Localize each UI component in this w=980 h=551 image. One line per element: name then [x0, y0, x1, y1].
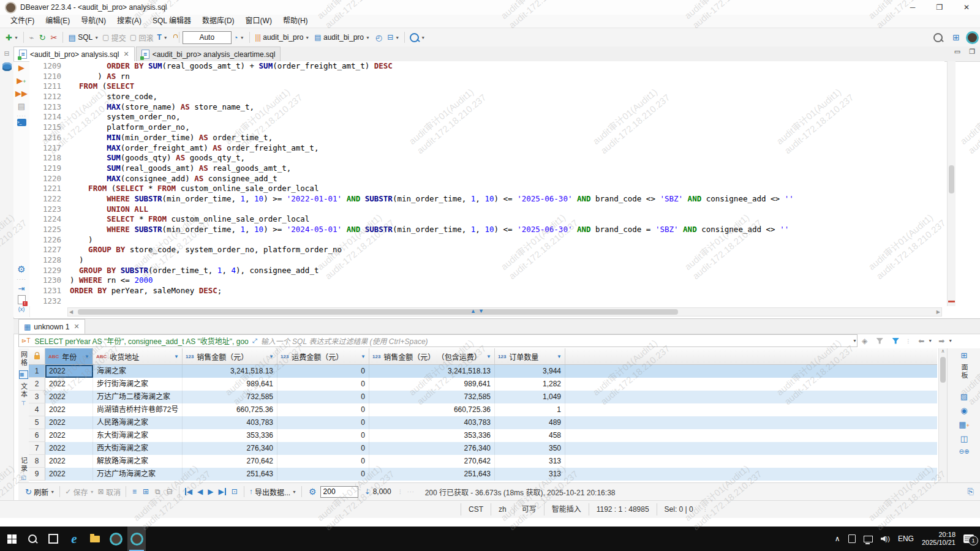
- value-viewer-icon[interactable]: ▨: [960, 392, 968, 400]
- connect-icon[interactable]: ⌁: [29, 34, 34, 42]
- line-number[interactable]: 1226: [29, 235, 70, 246]
- usb-tray-icon[interactable]: [848, 534, 856, 543]
- add-row-icon[interactable]: ⊞: [143, 488, 149, 495]
- results-tab-unknown1[interactable]: ▦ unknown 1 ✕: [18, 319, 85, 334]
- search-button[interactable]: ▼: [408, 32, 427, 43]
- next-page-icon[interactable]: ▶: [208, 488, 213, 495]
- database-navigator-icon[interactable]: [2, 62, 12, 71]
- row-number[interactable]: 5: [29, 416, 45, 429]
- nav-forward-icon[interactable]: ➡: [938, 337, 944, 345]
- table-cell[interactable]: 0: [277, 468, 369, 481]
- table-cell[interactable]: 2022: [45, 429, 93, 442]
- table-cell[interactable]: 3,944: [495, 365, 565, 378]
- row-number[interactable]: 2: [29, 378, 45, 391]
- column-dropdown-icon[interactable]: ▼: [483, 354, 491, 359]
- view-grid-tab[interactable]: 网格: [19, 351, 29, 367]
- table-cell[interactable]: 0: [277, 378, 369, 391]
- calc-panel-icon[interactable]: ⊖⊕: [959, 449, 970, 455]
- datasource-selector[interactable]: ||| audit_bi_pro▼: [253, 32, 312, 42]
- column-dropdown-icon[interactable]: ▼: [553, 354, 562, 359]
- table-cell[interactable]: 3,241,518.13: [369, 365, 495, 378]
- error-document-icon[interactable]: !: [18, 295, 26, 304]
- rollback-button[interactable]: ▢ 回滚: [128, 31, 156, 44]
- table-cell[interactable]: 270,642: [369, 455, 495, 468]
- dashboard-icon[interactable]: ◴: [375, 34, 382, 42]
- table-cell[interactable]: 2022: [45, 416, 93, 429]
- filter-input[interactable]: ⊳T SELECT perYear AS "年份", consignee_add…: [18, 334, 858, 347]
- transaction-mode-button[interactable]: T▼: [155, 32, 169, 42]
- new-connection-button[interactable]: ✚▼: [4, 32, 20, 43]
- references-panel-icon[interactable]: ◫: [960, 435, 968, 443]
- table-cell[interactable]: 2022: [45, 365, 93, 378]
- table-cell[interactable]: 350: [495, 442, 565, 455]
- menu-item[interactable]: 文件(F): [5, 15, 40, 28]
- task-view-icon[interactable]: [44, 527, 62, 551]
- sql-console-icon[interactable]: >_: [17, 119, 26, 126]
- last-page-icon[interactable]: ▶: [218, 488, 225, 495]
- table-cell[interactable]: 313: [495, 455, 565, 468]
- table-cell[interactable]: 403,783: [369, 416, 495, 429]
- volume-tray-icon[interactable]: )): [881, 535, 890, 542]
- edit-value-icon[interactable]: ≡: [132, 488, 137, 495]
- grid-vertical-scrollbar[interactable]: ∧: [938, 348, 947, 482]
- menu-item[interactable]: 窗口(W): [240, 15, 277, 28]
- settings-gear-icon[interactable]: ⚙: [17, 264, 25, 274]
- taskbar-clock[interactable]: 20:18 2025/10/21: [922, 531, 956, 547]
- menu-item[interactable]: 导航(N): [75, 15, 111, 28]
- line-number[interactable]: 1222: [29, 194, 70, 204]
- column-dropdown-icon[interactable]: ▼: [265, 354, 274, 359]
- table-cell[interactable]: 1,282: [495, 378, 565, 391]
- start-button[interactable]: [2, 527, 21, 551]
- grid-corner-cell[interactable]: [29, 348, 45, 364]
- result-grid[interactable]: ABC年份▼ABC收货地址▼123销售金额（元）▼123运费金额（元）▼123销…: [29, 348, 937, 482]
- row-number[interactable]: 6: [29, 429, 45, 442]
- table-cell[interactable]: 313: [495, 468, 565, 481]
- table-cell[interactable]: 步行街海澜之家: [93, 378, 183, 391]
- column-header-4[interactable]: 123运费金额（元）▼: [277, 348, 369, 364]
- table-cell[interactable]: 西大街海澜之家: [93, 442, 183, 455]
- menu-item[interactable]: 编辑(E): [40, 15, 75, 28]
- apply-filter-icon[interactable]: [892, 338, 899, 344]
- editor-vertical-scrollbar[interactable]: [947, 61, 956, 306]
- table-cell[interactable]: 276,340: [183, 442, 277, 455]
- table-cell[interactable]: 2022: [45, 403, 93, 416]
- line-number[interactable]: 1227: [29, 245, 70, 255]
- execute-icon[interactable]: ▶: [18, 64, 24, 72]
- table-cell[interactable]: 0: [277, 416, 369, 429]
- line-number[interactable]: 1215: [29, 122, 70, 133]
- scroll-right-icon[interactable]: ▶: [937, 310, 940, 315]
- line-number[interactable]: 1214: [29, 112, 70, 122]
- column-header-3[interactable]: 123销售金额（元）▼: [183, 348, 277, 364]
- table-cell[interactable]: 276,340: [369, 442, 495, 455]
- tab-analysis-sql[interactable]: ≣ <audit_bi_pro> analysis.sql ✕: [13, 47, 135, 61]
- dbeaver-perspective-icon[interactable]: [966, 31, 979, 44]
- line-number[interactable]: 1218: [29, 153, 70, 163]
- sash-maximize-controls[interactable]: ▲▼: [470, 308, 484, 314]
- grid-settings-gear-icon[interactable]: ⚙: [309, 487, 317, 496]
- tab-analysis-cleartime-sql[interactable]: ≣ <audit_bi_pro> analysis_cleartime.sql: [136, 47, 281, 61]
- table-cell[interactable]: 0: [277, 429, 369, 442]
- close-tab-icon[interactable]: ✕: [123, 50, 129, 58]
- table-cell[interactable]: 0: [277, 455, 369, 468]
- table-cell[interactable]: 1: [495, 403, 565, 416]
- table-cell[interactable]: 0: [277, 442, 369, 455]
- line-number[interactable]: 1216: [29, 133, 70, 143]
- table-cell[interactable]: 万达广场海澜之家: [93, 468, 183, 481]
- grid-view-icon[interactable]: ▦: [19, 370, 28, 379]
- copy-results-icon[interactable]: ⎘: [968, 487, 974, 497]
- aggregate-panel-icon[interactable]: ▦+: [959, 421, 970, 429]
- variables-icon[interactable]: (x): [18, 307, 25, 312]
- table-cell[interactable]: 2022: [45, 442, 93, 455]
- network-tray-icon[interactable]: [864, 536, 873, 542]
- text-view-icon[interactable]: ⊤: [21, 401, 26, 407]
- open-perspective-icon[interactable]: ⊞: [952, 33, 960, 42]
- table-row[interactable]: 22022步行街海澜之家989,6410989,6411,282: [29, 378, 937, 391]
- dbeaver-app-icon[interactable]: [107, 527, 125, 551]
- line-number[interactable]: 1225: [29, 225, 70, 235]
- table-cell[interactable]: 0: [277, 391, 369, 403]
- metadata-panel-icon[interactable]: ◉: [960, 407, 967, 414]
- table-cell[interactable]: 489: [495, 416, 565, 429]
- row-number[interactable]: 9: [29, 468, 45, 481]
- view-record-tab[interactable]: 记录: [19, 457, 29, 473]
- delete-row-icon[interactable]: ⊟: [167, 488, 173, 495]
